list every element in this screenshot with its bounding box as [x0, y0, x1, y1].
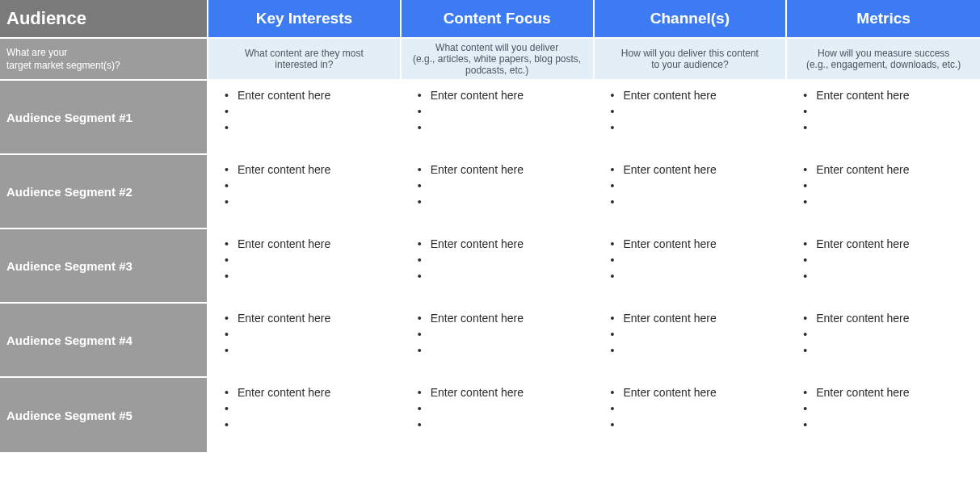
bullet-item[interactable] — [229, 120, 392, 136]
subheader-row: What are your target market segment(s)? … — [0, 39, 980, 81]
content-cell[interactable]: Enter content here — [402, 155, 595, 229]
bullet-item[interactable]: Enter content here — [229, 87, 392, 103]
bullet-item[interactable] — [229, 178, 392, 194]
content-cell[interactable]: Enter content here — [787, 155, 980, 229]
bullet-item[interactable] — [616, 342, 778, 358]
content-cell[interactable]: Enter content here — [402, 229, 595, 304]
content-cell[interactable]: Enter content here — [787, 304, 980, 378]
bullet-item[interactable] — [616, 194, 778, 210]
bullet-item[interactable] — [229, 342, 392, 358]
bullet-item[interactable] — [423, 194, 585, 210]
bullet-item[interactable]: Enter content here — [808, 310, 972, 326]
bullet-item[interactable] — [616, 326, 778, 342]
bullet-item[interactable] — [229, 400, 392, 417]
table-row: Audience Segment #3Enter content hereEnt… — [0, 229, 980, 304]
bullet-list: Enter content here — [603, 384, 778, 433]
content-cell[interactable]: Enter content here — [595, 229, 788, 304]
bullet-item[interactable]: Enter content here — [808, 87, 972, 103]
bullet-item[interactable] — [616, 252, 778, 268]
bullet-list: Enter content here — [795, 236, 972, 284]
content-cell[interactable]: Enter content here — [208, 155, 402, 229]
table-row: Audience Segment #1Enter content hereEnt… — [0, 81, 980, 155]
bullet-item[interactable]: Enter content here — [616, 310, 778, 326]
bullet-item[interactable] — [808, 194, 972, 210]
bullet-item[interactable]: Enter content here — [423, 384, 585, 400]
bullet-item[interactable]: Enter content here — [616, 236, 778, 252]
bullet-item[interactable] — [808, 178, 972, 194]
bullet-item[interactable] — [808, 252, 972, 268]
content-cell[interactable]: Enter content here — [208, 81, 402, 155]
bullet-item[interactable]: Enter content here — [229, 310, 392, 326]
bullet-list: Enter content here — [217, 384, 392, 433]
bullet-item[interactable] — [229, 252, 392, 268]
bullet-item[interactable] — [616, 417, 778, 433]
row-label: Audience Segment #3 — [0, 229, 208, 304]
bullet-item[interactable] — [229, 268, 392, 284]
bullet-item[interactable] — [423, 103, 585, 120]
bullet-item[interactable] — [808, 417, 972, 433]
bullet-item[interactable]: Enter content here — [229, 384, 392, 400]
bullet-item[interactable]: Enter content here — [423, 87, 585, 103]
content-cell[interactable]: Enter content here — [595, 81, 788, 155]
bullet-item[interactable] — [423, 342, 585, 358]
content-cell[interactable]: Enter content here — [787, 229, 980, 304]
bullet-item[interactable]: Enter content here — [808, 384, 972, 400]
bullet-item[interactable]: Enter content here — [423, 310, 585, 326]
content-cell[interactable]: Enter content here — [402, 81, 595, 155]
bullet-list: Enter content here — [795, 384, 972, 433]
bullet-item[interactable] — [423, 417, 585, 433]
bullet-list: Enter content here — [603, 87, 778, 136]
table-row: Audience Segment #2Enter content hereEnt… — [0, 155, 980, 229]
bullet-item[interactable] — [423, 252, 585, 268]
row-label: Audience Segment #1 — [0, 81, 208, 155]
bullet-item[interactable]: Enter content here — [808, 161, 972, 178]
bullet-item[interactable]: Enter content here — [808, 236, 972, 252]
content-cell[interactable]: Enter content here — [787, 378, 980, 452]
bullet-item[interactable]: Enter content here — [616, 161, 778, 178]
subheader-channels: How will you deliver this content to you… — [595, 39, 788, 81]
bullet-list: Enter content here — [410, 310, 585, 358]
bullet-item[interactable] — [808, 342, 972, 358]
content-cell[interactable]: Enter content here — [208, 304, 402, 378]
bullet-item[interactable] — [808, 268, 972, 284]
content-cell[interactable]: Enter content here — [402, 378, 595, 452]
table-row: Audience Segment #4Enter content hereEnt… — [0, 304, 980, 378]
bullet-item[interactable]: Enter content here — [229, 161, 392, 178]
content-cell[interactable]: Enter content here — [208, 378, 402, 452]
bullet-item[interactable] — [229, 194, 392, 210]
bullet-item[interactable]: Enter content here — [229, 236, 392, 252]
bullet-item[interactable]: Enter content here — [423, 236, 585, 252]
bullet-list: Enter content here — [603, 161, 778, 210]
row-label: Audience Segment #2 — [0, 155, 208, 229]
bullet-item[interactable] — [229, 326, 392, 342]
bullet-item[interactable] — [808, 103, 972, 120]
bullet-item[interactable] — [616, 268, 778, 284]
bullet-item[interactable] — [423, 178, 585, 194]
bullet-item[interactable] — [423, 400, 585, 417]
bullet-item[interactable]: Enter content here — [616, 87, 778, 103]
bullet-item[interactable] — [229, 103, 392, 120]
bullet-item[interactable] — [616, 103, 778, 120]
bullet-item[interactable] — [808, 326, 972, 342]
bullet-item[interactable] — [808, 400, 972, 417]
content-cell[interactable]: Enter content here — [208, 229, 402, 304]
bullet-item[interactable] — [616, 120, 778, 136]
bullet-item[interactable] — [808, 120, 972, 136]
bullet-list: Enter content here — [217, 310, 392, 358]
matrix-table: Audience Key Interests Content Focus Cha… — [0, 0, 980, 452]
bullet-list: Enter content here — [217, 87, 392, 136]
content-cell[interactable]: Enter content here — [787, 81, 980, 155]
bullet-item[interactable] — [423, 326, 585, 342]
bullet-item[interactable] — [229, 417, 392, 433]
bullet-item[interactable] — [616, 178, 778, 194]
bullet-item[interactable] — [616, 400, 778, 417]
bullet-list: Enter content here — [603, 310, 778, 358]
content-cell[interactable]: Enter content here — [595, 155, 788, 229]
content-cell[interactable]: Enter content here — [402, 304, 595, 378]
bullet-item[interactable]: Enter content here — [423, 161, 585, 178]
content-cell[interactable]: Enter content here — [595, 378, 788, 452]
bullet-item[interactable]: Enter content here — [616, 384, 778, 400]
bullet-item[interactable] — [423, 268, 585, 284]
bullet-item[interactable] — [423, 120, 585, 136]
content-cell[interactable]: Enter content here — [595, 304, 788, 378]
